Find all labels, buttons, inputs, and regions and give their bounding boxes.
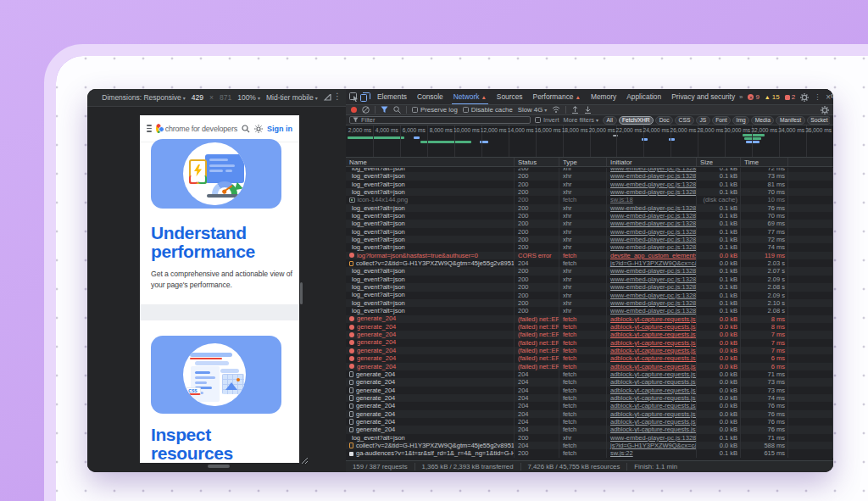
throttle-select[interactable]: Mid-tier mobile▾ — [266, 93, 318, 102]
request-initiator-link[interactable]: www-embed-player-pc.js:1328 — [610, 172, 696, 180]
import-har-icon[interactable] — [571, 106, 579, 114]
table-row[interactable]: generate_204 (failed) net::ERR_INT… fetc… — [346, 363, 833, 370]
table-row[interactable]: log?format=json&hasfast=true&authuser=0 … — [346, 252, 833, 259]
table-row[interactable]: collect?v=2&tid=G-H1Y3PXZW9Q&gtm=45je55g… — [346, 442, 833, 449]
table-row[interactable]: generate_204 (failed) net::ERR_INT… fetc… — [346, 354, 833, 362]
request-initiator-link[interactable]: adblock-yt-capture-requests.js:101 — [610, 387, 697, 394]
devtools-tab[interactable]: Application — [621, 89, 666, 105]
device-toolbar-icon[interactable] — [360, 92, 370, 102]
request-initiator-link[interactable]: www-embed-player-pc.js:1328 — [610, 307, 696, 315]
issues-count-badge[interactable]: 2 — [785, 93, 795, 101]
filter-chip[interactable]: Img — [732, 116, 749, 125]
filter-chip[interactable]: Fetch/XHR — [619, 116, 654, 125]
devtools-tab[interactable]: Network▲ — [448, 89, 492, 105]
devtools-tab[interactable]: Privacy and security — [666, 89, 740, 105]
request-initiator-link[interactable]: sw.js:22 — [610, 449, 633, 457]
preserve-log-checkbox[interactable]: Preserve log — [412, 106, 458, 114]
filter-chip[interactable]: Socket — [807, 116, 830, 125]
sign-in-link[interactable]: Sign in — [267, 125, 292, 133]
clear-icon[interactable] — [362, 106, 370, 114]
table-row[interactable]: generate_204 (failed) net::ERR_INT… fetc… — [346, 323, 833, 331]
filter-chip[interactable]: JS — [696, 116, 710, 125]
network-settings-gear-icon[interactable] — [821, 106, 829, 114]
request-initiator-link[interactable]: adblock-yt-capture-requests.js:101 — [610, 354, 697, 362]
table-row[interactable]: log_event?alt=json 200 xhr www-embed-pla… — [346, 220, 833, 227]
devtools-tab[interactable]: Performance▲ — [528, 89, 586, 105]
request-initiator-link[interactable]: www-embed-player-pc.js:1328 — [610, 204, 696, 212]
devtools-tab[interactable]: Console — [412, 89, 448, 105]
table-row[interactable]: log_event?alt=json 200 xhr www-embed-pla… — [346, 228, 833, 236]
devtools-tab[interactable]: Sources — [492, 89, 528, 105]
request-initiator-link[interactable]: adblock-yt-capture-requests.js:101 — [610, 394, 697, 402]
device-height-field[interactable]: 871 — [220, 93, 231, 102]
request-initiator-link[interactable]: adblock-yt-capture-requests.js:101 — [610, 378, 697, 386]
table-row[interactable]: log_event?alt=json 200 xhr www-embed-pla… — [346, 299, 833, 307]
table-row[interactable]: log_event?alt=json 200 xhr www-embed-pla… — [346, 276, 833, 283]
request-initiator-link[interactable]: adblock-yt-capture-requests.js:101 — [610, 339, 697, 347]
request-initiator-link[interactable]: www-embed-player-pc.js:1328 — [610, 283, 696, 291]
table-row[interactable]: log_event?alt=json 200 xhr www-embed-pla… — [346, 243, 833, 251]
devtools-tab[interactable]: Memory — [586, 89, 621, 105]
table-row[interactable]: generate_204 (failed) net::ERR_INT… fetc… — [346, 347, 833, 354]
inspect-cursor-icon[interactable] — [349, 92, 359, 102]
filter-chip[interactable]: Media — [751, 116, 774, 125]
request-initiator-link[interactable]: www-embed-player-pc.js:1328 — [610, 243, 696, 251]
export-har-icon[interactable] — [584, 106, 592, 114]
filter-chip[interactable]: CSS — [675, 116, 694, 125]
filter-chip[interactable]: Doc — [655, 116, 673, 125]
search-icon[interactable] — [393, 106, 401, 114]
table-row[interactable]: generate_204 204 fetch adblock-yt-captur… — [346, 426, 833, 433]
column-header[interactable] — [788, 158, 833, 166]
table-row[interactable]: generate_204 204 fetch adblock-yt-captur… — [346, 370, 833, 378]
request-initiator-link[interactable]: www-embed-player-pc.js:1328 — [610, 276, 696, 283]
table-row[interactable]: log_event?alt=json 200 xhr www-embed-pla… — [346, 188, 833, 196]
table-row[interactable]: generate_204 204 fetch adblock-yt-captur… — [346, 378, 833, 386]
dimensions-select[interactable]: Dimensions: Responsive▾ — [102, 93, 186, 102]
filter-chip[interactable]: Manifest — [776, 116, 804, 125]
network-overview-timeline[interactable]: 2,000 ms4,000 ms6,000 ms8,000 ms10,000 m… — [346, 125, 833, 158]
table-row[interactable]: log_event?alt=json 200 xhr www-embed-pla… — [346, 292, 833, 299]
table-row[interactable]: generate_204 204 fetch adblock-yt-captur… — [346, 394, 833, 402]
table-row[interactable]: log_event?alt=json 200 xhr www-embed-pla… — [346, 307, 833, 315]
request-initiator-link[interactable]: www-embed-player-pc.js:1328 — [610, 267, 696, 275]
viewport-vertical-scrollbar[interactable] — [300, 282, 303, 304]
error-count-badge[interactable]: ✕9 — [748, 93, 759, 101]
request-initiator-link[interactable]: www-embed-player-pc.js:1328 — [610, 188, 696, 196]
request-initiator-link[interactable]: www-embed-player-pc.js:1328 — [610, 299, 696, 307]
network-conditions-icon[interactable] — [552, 106, 560, 114]
table-row[interactable]: log_event?alt=json 200 xhr www-embed-pla… — [346, 283, 833, 291]
request-initiator-link[interactable]: adblock-yt-capture-requests.js:101 — [610, 410, 697, 418]
site-brand[interactable]: chrome for developers — [165, 125, 237, 133]
filter-chip[interactable]: All — [603, 116, 616, 125]
request-initiator-link[interactable]: js?id=G-H1Y3PXZW9Q&cx=c&gtm=45H — [610, 259, 697, 267]
settings-gear-icon[interactable] — [800, 93, 809, 102]
table-row[interactable]: log_event?alt=json 200 xhr www-embed-pla… — [346, 172, 833, 180]
table-row[interactable]: log_event?alt=json 200 xhr www-embed-pla… — [346, 181, 833, 188]
devtools-tab[interactable]: Elements — [372, 89, 412, 105]
table-row[interactable]: log_event?alt=json 200 xhr www-embed-pla… — [346, 267, 833, 275]
column-header[interactable]: Type — [559, 158, 607, 166]
table-row[interactable]: ga-audiences?v=1&t=sr&slf_rd=1&_r=4&_ng=… — [346, 449, 833, 457]
table-row[interactable]: log_event?alt=json 200 xhr www-embed-pla… — [346, 204, 833, 212]
device-width-field[interactable]: 429 — [192, 93, 203, 102]
throttling-select[interactable]: Slow 4G▾ — [518, 106, 547, 114]
request-initiator-link[interactable]: adblock-yt-capture-requests.js:101 — [610, 347, 697, 354]
filter-input[interactable]: Filter — [349, 116, 531, 124]
table-row[interactable]: generate_204 204 fetch adblock-yt-captur… — [346, 402, 833, 409]
request-initiator-link[interactable]: adblock-yt-capture-requests.js:101 — [610, 363, 697, 370]
request-initiator-link[interactable]: www-embed-player-pc.js:1328 — [610, 236, 696, 243]
table-row[interactable]: generate_204 (failed) net::ERR_INT… fetc… — [346, 331, 833, 338]
table-row[interactable]: generate_204 204 fetch adblock-yt-captur… — [346, 410, 833, 418]
search-icon[interactable] — [242, 125, 250, 133]
request-initiator-link[interactable]: adblock-yt-capture-requests.js:101 — [610, 323, 697, 331]
theme-icon[interactable] — [254, 125, 263, 133]
request-initiator-link[interactable]: adblock-yt-capture-requests.js:101 — [610, 370, 697, 378]
request-initiator-link[interactable]: sw.js:18 — [610, 196, 633, 203]
table-row[interactable]: generate_204 (failed) net::ERR_INT… fetc… — [346, 339, 833, 347]
table-row[interactable]: icon-144x144.png 200 fetch sw.js:18 (dis… — [346, 196, 833, 203]
invert-checkbox[interactable]: Invert — [535, 116, 559, 124]
request-initiator-link[interactable]: www-embed-player-pc.js:1328 — [610, 434, 696, 442]
request-initiator-link[interactable]: www-embed-player-pc.js:1328 — [610, 181, 696, 188]
table-row[interactable]: generate_204 204 fetch adblock-yt-captur… — [346, 418, 833, 426]
table-row[interactable]: generate_204 (failed) net::ERR_INT… fetc… — [346, 315, 833, 323]
